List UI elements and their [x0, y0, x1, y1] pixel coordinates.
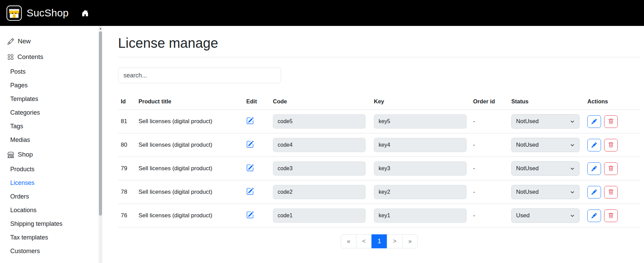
code-input[interactable]	[273, 161, 366, 176]
sidebar-item-contents[interactable]: Contents	[0, 49, 102, 65]
cell-order-id: -	[470, 157, 509, 180]
status-select[interactable]: NotUsed	[511, 114, 580, 129]
chevron-down-icon	[570, 143, 575, 147]
sidebar-item-posts[interactable]: Posts	[0, 65, 102, 78]
brand-name: SucShop	[27, 7, 69, 19]
edit-pencil-square-icon[interactable]	[246, 188, 254, 195]
sidebar-item-licenses[interactable]: Licenses	[0, 176, 102, 190]
edit-pencil-square-icon[interactable]	[246, 141, 254, 148]
sidebar-item-new[interactable]: New	[0, 33, 102, 49]
sidebar-item-label: Contents	[17, 53, 43, 61]
sidebar-item-tags[interactable]: Tags	[0, 119, 102, 133]
trash-icon	[608, 213, 614, 218]
sidebar-item-tax-templates[interactable]: Tax templates	[0, 231, 102, 244]
chevron-down-icon	[570, 190, 575, 194]
delete-button[interactable]	[604, 115, 618, 128]
sidebar-item-templates[interactable]: Templates	[0, 92, 102, 106]
cell-id: 79	[118, 157, 136, 180]
cell-order-id: -	[470, 133, 509, 157]
status-select[interactable]: NotUsed	[511, 161, 580, 176]
cell-product-title: Sell licenses (digital product)	[136, 133, 244, 157]
trash-icon	[608, 142, 614, 148]
cell-product-title: Sell licenses (digital product)	[136, 180, 244, 204]
page-title: License manage	[118, 35, 641, 51]
edit-button[interactable]	[587, 209, 601, 222]
search-input[interactable]	[118, 68, 281, 83]
code-input[interactable]	[273, 185, 366, 199]
chevron-down-icon	[570, 119, 575, 124]
sidebar-item-shop[interactable]: Shop	[0, 147, 102, 162]
cell-id: 78	[118, 180, 136, 204]
pagination-prev[interactable]: <	[356, 234, 372, 248]
table-row: 81 Sell licenses (digital product) - Not…	[118, 110, 641, 133]
cell-order-id: -	[470, 110, 509, 133]
code-input[interactable]	[273, 114, 366, 129]
pencil-fill-icon	[591, 142, 597, 148]
pagination: « < 1 > »	[118, 234, 641, 248]
pencil-icon	[8, 38, 14, 45]
cell-id: 76	[118, 204, 136, 228]
edit-pencil-square-icon[interactable]	[246, 164, 254, 172]
cell-order-id: -	[470, 180, 509, 204]
status-select[interactable]: NotUsed	[511, 185, 580, 199]
edit-button[interactable]	[587, 186, 601, 199]
pagination-first[interactable]: «	[341, 234, 356, 248]
sidebar-scrollbar[interactable]: ▲	[99, 26, 102, 263]
status-select[interactable]: NotUsed	[511, 138, 580, 152]
pencil-fill-icon	[591, 213, 597, 218]
pagination-last[interactable]: »	[402, 234, 418, 248]
sidebar-item-medias[interactable]: Medias	[0, 133, 102, 147]
title-divider	[118, 57, 641, 57]
key-input[interactable]	[374, 114, 467, 129]
delete-button[interactable]	[604, 162, 618, 175]
cell-product-title: Sell licenses (digital product)	[136, 204, 244, 228]
status-select[interactable]: Used	[511, 208, 580, 223]
sidebar-item-products[interactable]: Products	[0, 162, 102, 176]
scrollbar-thumb[interactable]	[99, 31, 102, 216]
main-content: License manage Id Product title Edit Cod…	[102, 26, 644, 263]
sidebar-item-customers[interactable]: Customers	[0, 244, 102, 258]
trash-icon	[608, 189, 614, 195]
brand[interactable]: SucShop	[6, 5, 69, 21]
header-key: Key	[371, 93, 470, 110]
key-input[interactable]	[374, 161, 467, 176]
sidebar-item-pages[interactable]: Pages	[0, 78, 102, 92]
key-input[interactable]	[374, 208, 467, 223]
cell-product-title: Sell licenses (digital product)	[136, 110, 244, 133]
pagination-next[interactable]: >	[387, 234, 402, 248]
key-input[interactable]	[374, 185, 467, 199]
delete-button[interactable]	[604, 186, 618, 199]
sidebar-item-shipping-templates[interactable]: Shipping templates	[0, 217, 102, 231]
cell-id: 81	[118, 110, 136, 133]
cell-order-id: -	[470, 204, 509, 228]
table-row: 78 Sell licenses (digital product) - Not…	[118, 180, 641, 204]
pencil-fill-icon	[591, 189, 597, 195]
sidebar-item-orders[interactable]: Orders	[0, 190, 102, 203]
scrollbar-up-arrow-icon[interactable]: ▲	[99, 27, 102, 31]
grid-icon	[8, 54, 14, 60]
header-code: Code	[270, 93, 371, 110]
edit-button[interactable]	[587, 139, 601, 151]
edit-button[interactable]	[587, 162, 601, 175]
cell-id: 80	[118, 133, 136, 157]
code-input[interactable]	[273, 138, 366, 152]
code-input[interactable]	[273, 208, 366, 223]
header-actions: Actions	[585, 93, 641, 110]
home-icon[interactable]	[82, 10, 89, 17]
cell-product-title: Sell licenses (digital product)	[136, 157, 244, 180]
edit-pencil-square-icon[interactable]	[246, 211, 254, 219]
pagination-page-1[interactable]: 1	[371, 234, 387, 248]
trash-icon	[608, 119, 614, 124]
header-status: Status	[509, 93, 585, 110]
delete-button[interactable]	[604, 139, 618, 151]
shop-icon	[8, 151, 14, 158]
edit-button[interactable]	[587, 115, 601, 128]
key-input[interactable]	[374, 138, 467, 152]
edit-pencil-square-icon[interactable]	[246, 117, 254, 125]
header-edit: Edit	[244, 93, 270, 110]
header-id: Id	[118, 93, 136, 110]
sidebar: New Contents Posts Pages Templates Categ…	[0, 26, 102, 263]
sidebar-item-locations[interactable]: Locations	[0, 203, 102, 217]
sidebar-item-categories[interactable]: Categories	[0, 106, 102, 119]
delete-button[interactable]	[604, 209, 618, 222]
